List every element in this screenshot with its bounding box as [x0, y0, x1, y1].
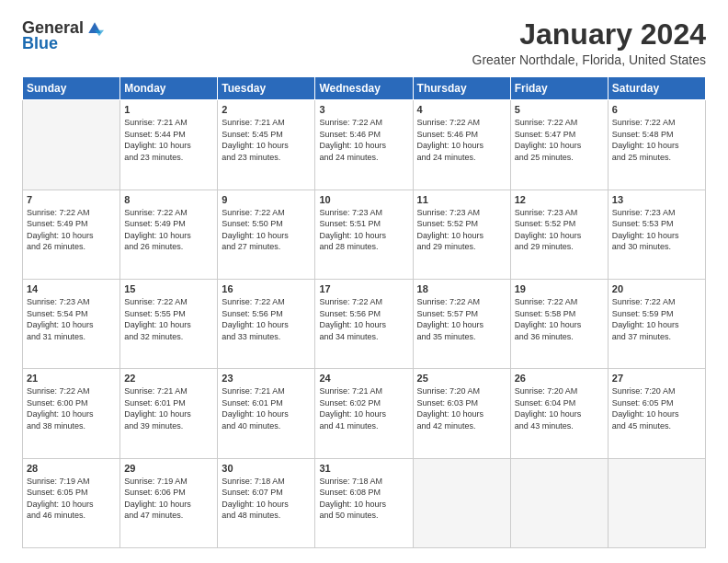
day-number: 17: [319, 283, 408, 294]
sunrise-text: Sunrise: 7:22 AM: [612, 118, 676, 127]
daylight-minutes: and 32 minutes.: [124, 332, 183, 341]
sunrise-text: Sunrise: 7:22 AM: [222, 297, 285, 306]
daylight-hours: Daylight: 10 hours: [515, 141, 582, 150]
calendar-cell: 15Sunrise: 7:22 AMSunset: 5:55 PMDayligh…: [120, 279, 218, 368]
sunset-text: Sunset: 5:50 PM: [222, 219, 283, 228]
day-info: Sunrise: 7:20 AMSunset: 6:05 PMDaylight:…: [612, 385, 701, 431]
calendar-cell: 10Sunrise: 7:23 AMSunset: 5:51 PMDayligh…: [315, 190, 413, 279]
daylight-minutes: and 28 minutes.: [319, 242, 378, 251]
daylight-hours: Daylight: 10 hours: [319, 320, 386, 329]
calendar-cell: 23Sunrise: 7:21 AMSunset: 6:01 PMDayligh…: [218, 369, 315, 458]
day-number: 13: [612, 194, 701, 205]
sunrise-text: Sunrise: 7:20 AM: [515, 386, 578, 396]
sunset-text: Sunset: 5:47 PM: [515, 130, 576, 139]
day-info: Sunrise: 7:20 AMSunset: 6:03 PMDaylight:…: [417, 385, 506, 431]
sunrise-text: Sunrise: 7:22 AM: [27, 208, 90, 217]
sunrise-text: Sunrise: 7:21 AM: [222, 118, 285, 127]
daylight-hours: Daylight: 10 hours: [319, 409, 386, 419]
day-number: 25: [417, 373, 506, 384]
sunset-text: Sunset: 5:59 PM: [612, 309, 674, 318]
daylight-hours: Daylight: 10 hours: [222, 409, 289, 419]
sunrise-text: Sunrise: 7:19 AM: [124, 477, 188, 486]
daylight-hours: Daylight: 10 hours: [27, 500, 94, 509]
calendar-cell: 25Sunrise: 7:20 AMSunset: 6:03 PMDayligh…: [413, 369, 510, 458]
day-info: Sunrise: 7:21 AMSunset: 6:01 PMDaylight:…: [124, 385, 213, 431]
daylight-hours: Daylight: 10 hours: [124, 409, 191, 419]
daylight-hours: Daylight: 10 hours: [222, 141, 289, 150]
daylight-minutes: and 48 minutes.: [222, 511, 280, 520]
sunrise-text: Sunrise: 7:22 AM: [515, 297, 578, 306]
day-number: 19: [515, 283, 604, 294]
daylight-minutes: and 39 minutes.: [124, 421, 183, 431]
daylight-minutes: and 38 minutes.: [27, 421, 85, 431]
calendar-cell: 13Sunrise: 7:23 AMSunset: 5:53 PMDayligh…: [608, 190, 705, 279]
title-block: January 2024 Greater Northdale, Florida,…: [472, 18, 706, 67]
calendar-cell: 12Sunrise: 7:23 AMSunset: 5:52 PMDayligh…: [510, 190, 608, 279]
calendar-cell: 9Sunrise: 7:22 AMSunset: 5:50 PMDaylight…: [218, 190, 315, 279]
sunrise-text: Sunrise: 7:21 AM: [124, 118, 188, 127]
day-info: Sunrise: 7:23 AMSunset: 5:52 PMDaylight:…: [515, 207, 604, 253]
calendar-cell: 2Sunrise: 7:21 AMSunset: 5:45 PMDaylight…: [218, 100, 315, 190]
calendar-cell: 19Sunrise: 7:22 AMSunset: 5:58 PMDayligh…: [510, 279, 608, 368]
sunrise-text: Sunrise: 7:21 AM: [124, 386, 188, 396]
sunrise-text: Sunrise: 7:22 AM: [515, 118, 578, 127]
sunrise-text: Sunrise: 7:23 AM: [319, 208, 382, 217]
daylight-hours: Daylight: 10 hours: [27, 320, 94, 329]
day-number: 5: [515, 104, 604, 115]
daylight-minutes: and 34 minutes.: [319, 332, 378, 341]
daylight-minutes: and 35 minutes.: [417, 332, 476, 341]
daylight-hours: Daylight: 10 hours: [222, 231, 289, 240]
day-info: Sunrise: 7:23 AMSunset: 5:52 PMDaylight:…: [417, 207, 506, 253]
calendar-cell: 21Sunrise: 7:22 AMSunset: 6:00 PMDayligh…: [23, 369, 120, 458]
day-number: 18: [417, 283, 506, 294]
day-number: 20: [612, 283, 701, 294]
calendar-cell: 5Sunrise: 7:22 AMSunset: 5:47 PMDaylight…: [510, 100, 608, 190]
sunset-text: Sunset: 6:06 PM: [124, 488, 186, 497]
month-title: January 2024: [472, 18, 706, 51]
sunrise-text: Sunrise: 7:20 AM: [417, 386, 481, 396]
daylight-hours: Daylight: 10 hours: [124, 320, 191, 329]
logo: General Blue: [22, 18, 104, 53]
sunrise-text: Sunrise: 7:22 AM: [124, 208, 188, 217]
calendar-cell: 28Sunrise: 7:19 AMSunset: 6:05 PMDayligh…: [23, 458, 120, 547]
daylight-minutes: and 25 minutes.: [612, 153, 671, 162]
daylight-minutes: and 43 minutes.: [515, 421, 574, 431]
day-info: Sunrise: 7:23 AMSunset: 5:51 PMDaylight:…: [319, 207, 408, 253]
daylight-hours: Daylight: 10 hours: [319, 141, 386, 150]
daylight-hours: Daylight: 10 hours: [612, 320, 679, 329]
daylight-minutes: and 29 minutes.: [515, 242, 574, 251]
daylight-minutes: and 36 minutes.: [515, 332, 574, 341]
daylight-hours: Daylight: 10 hours: [612, 141, 679, 150]
sunrise-text: Sunrise: 7:23 AM: [515, 208, 578, 217]
day-info: Sunrise: 7:21 AMSunset: 5:44 PMDaylight:…: [124, 117, 213, 163]
day-number: 28: [27, 463, 116, 474]
daylight-hours: Daylight: 10 hours: [612, 231, 679, 240]
col-thursday: Thursday: [413, 77, 510, 100]
sunrise-text: Sunrise: 7:23 AM: [612, 208, 676, 217]
day-number: 30: [222, 463, 311, 474]
day-info: Sunrise: 7:23 AMSunset: 5:53 PMDaylight:…: [612, 207, 701, 253]
sunrise-text: Sunrise: 7:22 AM: [124, 297, 188, 306]
day-info: Sunrise: 7:22 AMSunset: 5:49 PMDaylight:…: [27, 207, 116, 253]
daylight-hours: Daylight: 10 hours: [319, 231, 386, 240]
daylight-minutes: and 29 minutes.: [417, 242, 476, 251]
calendar-cell: [413, 458, 510, 547]
day-number: 29: [124, 463, 213, 474]
daylight-hours: Daylight: 10 hours: [222, 320, 289, 329]
day-number: 11: [417, 194, 506, 205]
sunrise-text: Sunrise: 7:23 AM: [27, 297, 90, 306]
daylight-minutes: and 24 minutes.: [417, 153, 476, 162]
daylight-minutes: and 33 minutes.: [222, 332, 280, 341]
day-number: 31: [319, 463, 408, 474]
daylight-hours: Daylight: 10 hours: [124, 500, 191, 509]
day-info: Sunrise: 7:22 AMSunset: 6:00 PMDaylight:…: [27, 385, 116, 431]
day-info: Sunrise: 7:22 AMSunset: 5:50 PMDaylight:…: [222, 207, 311, 253]
day-info: Sunrise: 7:22 AMSunset: 5:56 PMDaylight:…: [319, 296, 408, 342]
daylight-minutes: and 23 minutes.: [222, 153, 280, 162]
day-number: 16: [222, 283, 311, 294]
daylight-minutes: and 24 minutes.: [319, 153, 378, 162]
sunset-text: Sunset: 5:52 PM: [515, 219, 576, 228]
daylight-minutes: and 42 minutes.: [417, 421, 476, 431]
sunset-text: Sunset: 5:56 PM: [222, 309, 283, 318]
day-number: 12: [515, 194, 604, 205]
